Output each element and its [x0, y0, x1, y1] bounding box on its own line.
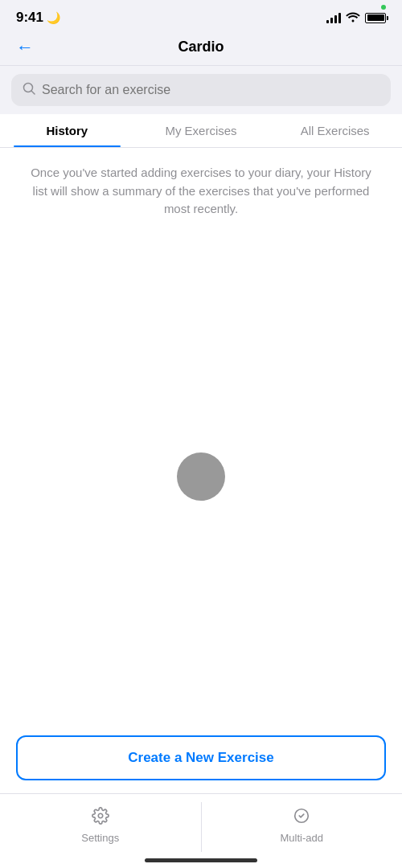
signal-dot: [381, 5, 386, 10]
tab-all-exercises[interactable]: All Exercises: [268, 114, 402, 147]
tab-history[interactable]: History: [0, 114, 134, 147]
home-bar: [145, 858, 257, 862]
check-circle-icon: [293, 807, 310, 829]
main-content: Once you've started adding exercises to …: [0, 148, 402, 723]
signal-bars-icon: [326, 12, 341, 23]
status-bar: 9:41 🌙: [0, 0, 402, 32]
placeholder-graphic: [177, 452, 225, 501]
create-button-container: Create a New Exercise: [0, 723, 402, 793]
tabs-container: History My Exercises All Exercises: [0, 114, 402, 148]
home-indicator: [0, 852, 402, 868]
search-icon: [23, 82, 35, 98]
moon-icon: 🌙: [47, 11, 60, 24]
settings-label: Settings: [81, 832, 119, 844]
search-input[interactable]: [42, 83, 379, 97]
tab-my-exercises[interactable]: My Exercises: [134, 114, 269, 147]
search-bar: [11, 74, 391, 106]
search-container: [0, 66, 402, 114]
multiadd-label: Multi-add: [281, 832, 323, 844]
history-empty-message: Once you've started adding exercises to …: [0, 148, 402, 231]
bottom-tab-settings[interactable]: Settings: [0, 802, 202, 852]
empty-area: [0, 231, 402, 723]
nav-bar: ← Cardio: [0, 32, 402, 66]
back-button[interactable]: ←: [13, 34, 37, 61]
svg-point-2: [98, 813, 103, 818]
battery-icon: [365, 13, 386, 23]
create-exercise-button[interactable]: Create a New Exercise: [16, 735, 386, 780]
status-time: 9:41 🌙: [16, 10, 60, 26]
gear-icon: [92, 807, 109, 829]
time-label: 9:41: [16, 10, 43, 26]
page-title: Cardio: [178, 39, 224, 55]
bottom-tab-bar: Settings Multi-add: [0, 793, 402, 852]
status-icons: [326, 11, 386, 25]
svg-line-1: [31, 91, 35, 94]
bottom-tab-multiadd[interactable]: Multi-add: [202, 802, 403, 852]
wifi-icon: [346, 11, 360, 25]
